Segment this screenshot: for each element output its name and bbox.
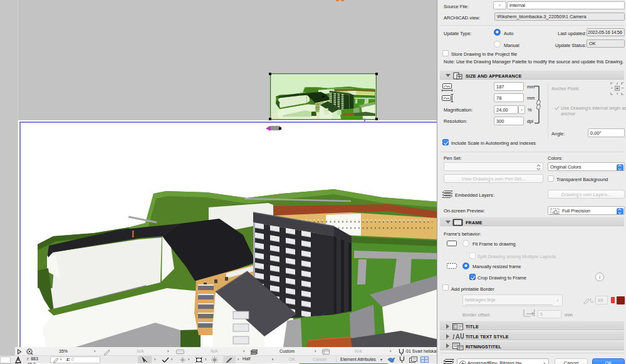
svg-text:I: I — [452, 333, 455, 340]
svg-text:A: A — [456, 333, 460, 340]
